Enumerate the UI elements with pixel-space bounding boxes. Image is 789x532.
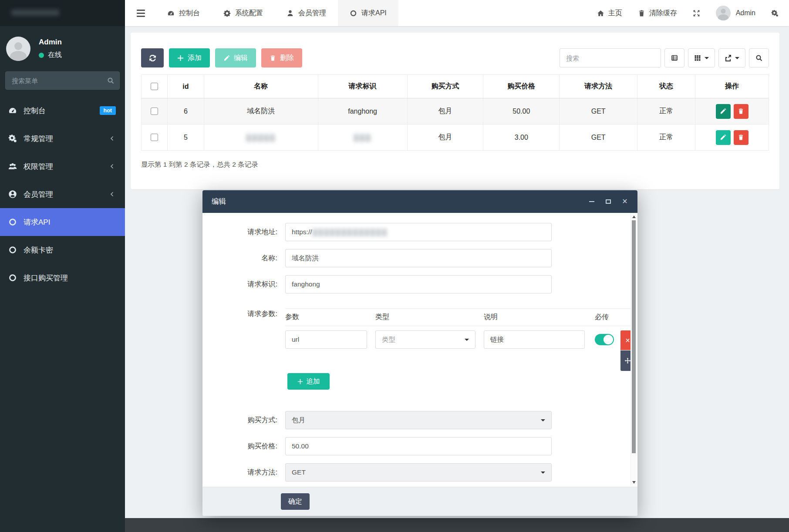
row-delete-button[interactable] xyxy=(734,130,749,145)
delete-button[interactable]: 删除 xyxy=(261,48,302,67)
row-checkbox[interactable] xyxy=(151,134,158,141)
gear-icon xyxy=(223,10,231,17)
topbar-user-menu[interactable]: Admin xyxy=(716,6,755,20)
buy-type-select[interactable]: 包月 xyxy=(285,411,552,429)
table-row[interactable]: 5 ▓▓▓▓▓ ▓▓▓ 包月 3.00 GET 正常 xyxy=(142,125,769,151)
column-header-tag[interactable]: 请求标识 xyxy=(318,75,407,98)
gauge-icon xyxy=(8,106,17,115)
param-row: 类型 ✕ xyxy=(285,330,636,349)
param-required-toggle[interactable] xyxy=(595,334,614,345)
cell-buy-type: 包月 xyxy=(407,125,483,151)
sidebar-item-label: 控制台 xyxy=(24,106,46,116)
move-icon xyxy=(624,357,631,364)
column-header-id[interactable]: id xyxy=(167,75,204,98)
dialog-body: 请求地址: https:// ▓▓▓▓▓▓▓▓▓▓▓▓▓ 名称: 请求标识: 请… xyxy=(202,213,637,487)
list-view-icon xyxy=(671,54,678,61)
form-row-buy-type: 购买方式: 包月 xyxy=(202,411,637,429)
gauge-icon xyxy=(167,10,175,17)
tag-field[interactable] xyxy=(285,275,552,293)
row-checkbox[interactable] xyxy=(151,108,158,115)
add-button-label: 添加 xyxy=(188,54,202,63)
param-col-required: 必传 xyxy=(595,313,636,322)
name-field[interactable] xyxy=(285,249,552,267)
edit-dialog: 编辑 ✕ 请求地址: https:// ▓▓▓▓▓▓▓▓▓▓▓▓▓ 名称: 请求… xyxy=(202,190,637,516)
pagination-summary: 显示第 1 到第 2 条记录，总共 2 条记录 xyxy=(141,160,769,169)
plus-icon xyxy=(297,379,303,384)
price-field[interactable] xyxy=(285,437,552,455)
dialog-scrollbar[interactable] xyxy=(631,213,637,486)
row-edit-button[interactable] xyxy=(716,130,731,145)
append-param-button[interactable]: 追加 xyxy=(287,373,330,390)
scrollbar-thumb[interactable] xyxy=(632,220,636,453)
table-row[interactable]: 6 域名防洪 fanghong 包月 50.00 GET 正常 xyxy=(142,98,769,125)
cell-buy-type: 包月 xyxy=(407,98,483,125)
dialog-header[interactable]: 编辑 ✕ xyxy=(202,190,637,213)
sidebar-item-balance-cards[interactable]: 余额卡密 xyxy=(0,236,125,264)
close-icon[interactable]: ✕ xyxy=(621,198,628,205)
tab-members[interactable]: 会员管理 xyxy=(275,0,338,26)
dialog-footer: 确定 xyxy=(202,487,637,516)
chevron-left-icon xyxy=(109,164,115,169)
table-search-input[interactable] xyxy=(560,48,661,67)
export-button[interactable] xyxy=(718,48,745,67)
param-name-input[interactable] xyxy=(285,330,367,349)
select-all-checkbox[interactable] xyxy=(151,83,158,90)
trash-icon xyxy=(638,10,645,17)
columns-button[interactable] xyxy=(688,48,715,67)
tab-label: 控制台 xyxy=(179,9,200,18)
settings-button[interactable] xyxy=(771,10,779,17)
form-row-tag: 请求标识: xyxy=(202,275,637,293)
sidebar-item-request-api[interactable]: 请求API xyxy=(0,208,125,236)
sidebar-item-api-purchase[interactable]: 接口购买管理 xyxy=(0,264,125,292)
sidebar-item-members[interactable]: 会员管理 xyxy=(0,180,125,208)
row-actions xyxy=(695,130,769,145)
pencil-icon xyxy=(720,108,726,114)
column-header-status[interactable]: 状态 xyxy=(637,75,695,98)
sidebar-search-input[interactable] xyxy=(5,71,120,90)
maximize-button[interactable] xyxy=(605,198,612,205)
tab-dashboard[interactable]: 控制台 xyxy=(155,0,212,26)
gears-icon xyxy=(8,134,17,143)
url-field[interactable]: https:// ▓▓▓▓▓▓▓▓▓▓▓▓▓ xyxy=(285,223,552,241)
online-status-dot xyxy=(39,53,44,58)
home-link[interactable]: 主页 xyxy=(597,9,622,18)
edit-button[interactable]: 编辑 xyxy=(215,48,256,67)
scroll-up-arrow-icon[interactable] xyxy=(632,215,636,218)
minimize-button[interactable] xyxy=(588,198,595,205)
column-header-buy-type[interactable]: 购买方式 xyxy=(407,75,483,98)
add-button[interactable]: 添加 xyxy=(169,48,210,67)
hamburger-menu-icon[interactable] xyxy=(137,10,145,17)
sidebar-item-permissions[interactable]: 权限管理 xyxy=(0,152,125,180)
confirm-button[interactable]: 确定 xyxy=(281,493,310,510)
sidebar-item-dashboard[interactable]: 控制台 hot xyxy=(0,97,125,125)
param-desc-input[interactable] xyxy=(484,330,585,349)
method-value: GET xyxy=(292,468,306,476)
column-header-method[interactable]: 请求方法 xyxy=(560,75,637,98)
fullscreen-button[interactable] xyxy=(693,10,700,17)
scroll-down-arrow-icon[interactable] xyxy=(632,481,636,484)
toggle-view-button[interactable] xyxy=(664,48,684,67)
sidebar-item-label: 权限管理 xyxy=(24,162,53,172)
tab-request-api[interactable]: 请求API xyxy=(338,0,398,26)
cell-tag-redacted: ▓▓▓ xyxy=(318,125,407,151)
price-field-label: 购买价格: xyxy=(202,437,285,455)
method-select[interactable]: GET xyxy=(285,463,552,481)
tab-system-config[interactable]: 系统配置 xyxy=(212,0,275,26)
row-delete-button[interactable] xyxy=(734,104,749,119)
cell-id: 5 xyxy=(167,125,204,151)
row-edit-button[interactable] xyxy=(716,104,731,119)
sidebar-item-general[interactable]: 常规管理 xyxy=(0,125,125,152)
plus-icon xyxy=(177,55,184,61)
clear-cache-link[interactable]: 清除缓存 xyxy=(638,9,677,18)
form-row-name: 名称: xyxy=(202,249,637,267)
export-icon xyxy=(725,54,732,61)
form-row-url: 请求地址: https:// ▓▓▓▓▓▓▓▓▓▓▓▓▓ xyxy=(202,223,637,241)
param-type-select[interactable]: 类型 xyxy=(375,330,475,349)
column-header-price[interactable]: 购买价格 xyxy=(483,75,560,98)
avatar[interactable] xyxy=(6,37,30,61)
search-toggle-button[interactable] xyxy=(749,48,769,67)
sidebar-user-name: Admin xyxy=(39,38,62,47)
pencil-icon xyxy=(720,134,726,141)
refresh-button[interactable] xyxy=(141,48,164,67)
column-header-name[interactable]: 名称 xyxy=(204,75,318,98)
